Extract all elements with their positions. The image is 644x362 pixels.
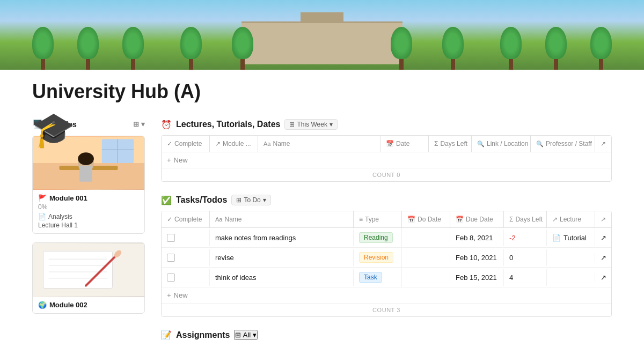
graduation-cap-icon: 🎓 bbox=[32, 113, 75, 147]
tree-decor bbox=[391, 27, 412, 70]
tcol-header-type: ≡ Type bbox=[354, 211, 402, 227]
chevron-assign-icon: ▾ bbox=[253, 331, 257, 339]
tasks-new-label: New bbox=[174, 291, 188, 299]
building-decor bbox=[241, 21, 402, 64]
col-header-complete: ✓ Complete bbox=[162, 136, 210, 152]
task2-type: Revision bbox=[354, 248, 402, 267]
lectures-header: ⏰ Lectures, Tutorials, Dates ⊞ This Week… bbox=[161, 119, 612, 130]
task2-name: revise bbox=[210, 249, 354, 266]
tree-decor bbox=[590, 27, 612, 70]
task2-extra: ↗ bbox=[595, 249, 611, 266]
page-title-area: University Hub (A) bbox=[0, 70, 644, 108]
new-label: New bbox=[174, 156, 188, 164]
flag-icon: 🚩 bbox=[38, 194, 47, 202]
module-001-percent: 0% bbox=[38, 203, 139, 211]
lectures-filter-label: This Week bbox=[297, 121, 327, 128]
tasks-icon: ✅ bbox=[161, 195, 172, 205]
chevron-down-icon[interactable]: ▾ bbox=[141, 120, 145, 128]
task3-dodate bbox=[402, 273, 450, 282]
task2-duedate-val: Feb 10, 2021 bbox=[456, 254, 497, 262]
tasks-title: Tasks/Todos bbox=[176, 195, 227, 205]
arrow-icon: ↗ bbox=[215, 140, 221, 147]
tasks-header: ✅ Tasks/Todos ⊞ To Do ▾ bbox=[161, 195, 612, 205]
task3-daysleft-val: 4 bbox=[509, 274, 513, 282]
arrow-lecture-icon: ↗ bbox=[552, 216, 558, 223]
module-card-001[interactable]: 🚩 Module 001 0% 📄 Analysis Lecture Hall … bbox=[32, 136, 145, 234]
aa-icon: Aa bbox=[264, 141, 270, 147]
lectures-table-header: ✓ Complete ↗ Module ... Aa Name 📅 Date bbox=[162, 136, 611, 152]
lectures-filter-btn[interactable]: ⊞ This Week ▾ bbox=[284, 119, 337, 130]
tasks-table-header: ✓ Complete Aa Name ≡ Type 📅 Do Date bbox=[162, 211, 611, 228]
col-header-module: ↗ Module ... bbox=[210, 136, 258, 152]
col-header-daysleft: Σ Days Left bbox=[429, 136, 472, 152]
tcol-header-dodate: 📅 Do Date bbox=[402, 211, 450, 227]
task3-duedate: Feb 15, 2021 bbox=[450, 269, 504, 286]
assignments-icon: 📝 bbox=[161, 330, 172, 340]
module-001-info: 🚩 Module 001 0% 📄 Analysis Lecture Hall … bbox=[33, 190, 144, 233]
col-header-extra: ↗ bbox=[595, 136, 611, 152]
task1-extra: ↗ bbox=[595, 230, 611, 246]
task1-dodate bbox=[402, 233, 450, 242]
task2-lecture bbox=[547, 253, 595, 262]
tasks-new-row[interactable]: + New bbox=[162, 287, 611, 303]
sigma-t-icon: Σ bbox=[509, 216, 513, 223]
lectures-table: ✓ Complete ↗ Module ... Aa Name 📅 Date bbox=[161, 135, 612, 182]
task1-checkbox[interactable] bbox=[167, 234, 175, 242]
task2-complete[interactable] bbox=[162, 249, 210, 266]
lectures-new-row[interactable]: + New bbox=[162, 152, 611, 168]
sigma-icon: Σ bbox=[434, 140, 438, 147]
task-row-3: think of ideas Task Feb 15, 2021 4 bbox=[162, 268, 611, 287]
task1-lecture-val: Tutorial bbox=[564, 234, 587, 242]
task2-checkbox[interactable] bbox=[167, 254, 175, 262]
col-header-link: 🔍 Link / Location bbox=[472, 136, 531, 152]
expand2-icon: ↗ bbox=[601, 216, 606, 223]
col-header-name: Aa Name bbox=[258, 136, 380, 152]
check-icon-t: ✓ bbox=[167, 216, 172, 223]
module-001-title: 🚩 Module 001 bbox=[38, 194, 139, 202]
task3-extra: ↗ bbox=[595, 269, 611, 286]
task3-complete[interactable] bbox=[162, 269, 210, 286]
tree-decor bbox=[442, 27, 464, 70]
globe-icon: 🌍 bbox=[38, 301, 47, 309]
module-card-002[interactable]: 🌍 Module 002 bbox=[32, 242, 145, 314]
assignments-filter-btn[interactable]: ⊞ All ▾ bbox=[234, 330, 257, 340]
lectures-icon: ⏰ bbox=[161, 120, 172, 130]
col-header-professor: 🔍 Professor / Staff bbox=[531, 136, 595, 152]
task1-lecture: 📄 Tutorial bbox=[547, 230, 595, 246]
tasks-table: ✓ Complete Aa Name ≡ Type 📅 Do Date bbox=[161, 211, 612, 317]
task1-type: Reading bbox=[354, 228, 402, 247]
assignments-header: 📝 Assignments ⊞ All ▾ bbox=[161, 330, 612, 340]
tcol-header-name: Aa Name bbox=[210, 211, 354, 227]
calendar-icon: 📅 bbox=[386, 140, 394, 147]
svg-point-8 bbox=[78, 152, 94, 165]
task1-daysleft-val: -2 bbox=[509, 234, 516, 242]
module-002-title: 🌍 Module 002 bbox=[38, 301, 139, 309]
module-001-sub: 📄 Analysis bbox=[38, 213, 139, 220]
chevron-tasks-icon: ▾ bbox=[263, 196, 266, 204]
chevron-icon: ▾ bbox=[330, 121, 333, 128]
grid-small-icon: ⊞ bbox=[289, 121, 295, 128]
header-banner bbox=[0, 0, 644, 70]
assignments-title: Assignments bbox=[176, 330, 230, 340]
tcol-header-daysleft: Σ Days Left bbox=[504, 211, 547, 227]
grid-icon[interactable]: ⊞ bbox=[133, 120, 139, 128]
task3-lecture bbox=[547, 273, 595, 282]
task1-complete[interactable] bbox=[162, 230, 210, 246]
module-002-info: 🌍 Module 002 bbox=[33, 297, 144, 313]
plus-icon: + bbox=[167, 156, 171, 164]
assignments-filter-label: All bbox=[243, 331, 251, 339]
assignments-section: 📝 Assignments ⊞ All ▾ bbox=[161, 330, 612, 340]
tcol-header-complete: ✓ Complete bbox=[162, 211, 210, 227]
plus-icon-t: + bbox=[167, 291, 171, 299]
task3-checkbox[interactable] bbox=[167, 274, 175, 282]
cal-due-icon: 📅 bbox=[456, 216, 464, 223]
grid-icon-tasks: ⊞ bbox=[236, 196, 241, 204]
task3-duedate-val: Feb 15, 2021 bbox=[456, 274, 497, 282]
task2-dodate bbox=[402, 253, 450, 262]
task1-type-badge: Reading bbox=[359, 232, 393, 243]
sidebar-controls[interactable]: ⊞ ▾ bbox=[133, 120, 145, 128]
expand-icon: ↗ bbox=[601, 140, 606, 147]
search2-icon: 🔍 bbox=[536, 141, 544, 147]
task1-duedate-val: Feb 8, 2021 bbox=[456, 234, 493, 242]
tasks-filter-btn[interactable]: ⊞ To Do ▾ bbox=[231, 195, 270, 205]
